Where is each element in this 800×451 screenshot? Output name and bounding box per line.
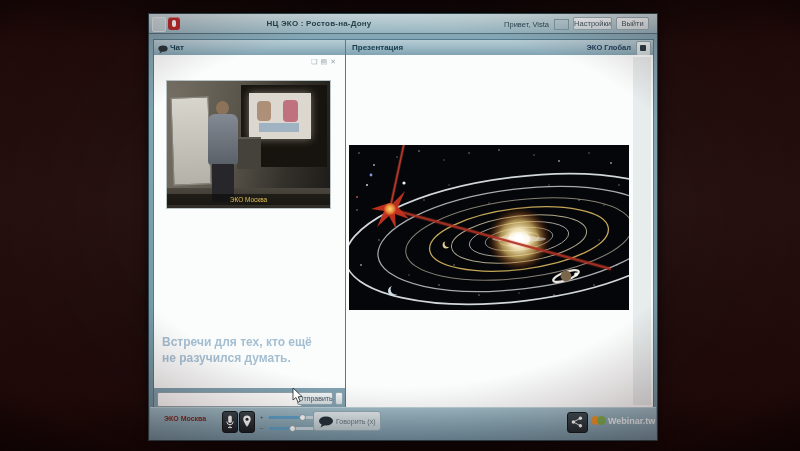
speech-bubble-icon	[318, 416, 334, 429]
chat-watermark-text: Встречи для тех, кто ещё не разучился ду…	[162, 335, 320, 366]
pin-icon	[241, 414, 253, 430]
chat-panel: Чат ❏▤✕ ЭКО Москва Встречи для тех, кто …	[153, 39, 346, 408]
volume-controls: + −	[260, 413, 318, 435]
chat-panel-header: Чат	[154, 40, 345, 56]
app-icon	[168, 17, 180, 30]
location-pin-button[interactable]	[239, 411, 255, 433]
brand-name: Webinar.tw	[608, 416, 655, 426]
language-flag-icon[interactable]	[554, 19, 569, 30]
chat-message-input[interactable]	[157, 392, 302, 407]
presentation-panel: Презентация ЭКО Глобал	[345, 39, 654, 408]
bottom-toolbar: ЭКО Москва + −	[150, 407, 656, 439]
room-label: ЭКО Глобал	[586, 40, 631, 55]
mic-volume-slider[interactable]	[268, 427, 314, 430]
user-greeting: Привет, Vista	[495, 20, 549, 29]
equipment-table	[237, 137, 261, 169]
exit-button[interactable]: Выйти	[616, 17, 649, 30]
share-button[interactable]	[567, 412, 588, 433]
location-label: ЭКО Москва	[164, 415, 206, 422]
flipchart	[170, 96, 211, 185]
microphone-icon	[224, 414, 236, 430]
chat-panel-title: Чат	[170, 43, 184, 52]
screen: НЦ ЭКО : Ростов-на-Дону Привет, Vista На…	[0, 0, 800, 451]
microphone-button[interactable]	[222, 411, 238, 433]
panel-window-controls: ❏▤✕	[311, 58, 339, 66]
push-to-talk-button[interactable]: Говорить (x)	[313, 411, 381, 431]
layout-icon[interactable]: ▤	[321, 58, 331, 65]
presentation-panel-header: Презентация ЭКО Глобал	[346, 40, 653, 56]
presentation-slide	[349, 145, 629, 310]
projected-slide	[249, 93, 311, 139]
app-logo	[152, 17, 166, 32]
brand-dot-green	[597, 416, 606, 425]
page-title: НЦ ЭКО : Ростов-на-Дону	[209, 19, 429, 28]
mouse-cursor	[292, 387, 304, 408]
close-icon[interactable]: ✕	[330, 58, 339, 65]
volume-slider-handle[interactable]	[299, 414, 306, 421]
popout-icon[interactable]: ❏	[311, 58, 320, 65]
video-caption: ЭКО Москва	[167, 194, 330, 205]
video-feed: ЭКО Москва	[166, 80, 331, 209]
titlebar: НЦ ЭКО : Ростов-на-Дону Привет, Vista На…	[149, 14, 657, 34]
share-icon	[570, 415, 584, 429]
presenter	[216, 101, 229, 115]
emoji-button[interactable]	[335, 392, 343, 405]
webinar-window: НЦ ЭКО : Ростов-на-Дону Привет, Vista На…	[148, 13, 658, 441]
presentation-body	[346, 55, 653, 407]
chat-body: ❏▤✕ ЭКО Москва Встречи для тех, кто ещё …	[154, 55, 345, 388]
presentation-panel-title: Презентация	[352, 43, 403, 52]
volume-slider[interactable]	[268, 416, 314, 419]
fullscreen-button[interactable]	[636, 41, 651, 56]
push-to-talk-label: Говорить (x)	[336, 418, 376, 425]
settings-button[interactable]: Настройки	[573, 17, 612, 30]
scrollbar-track[interactable]	[633, 57, 651, 405]
brand-logo: Webinar.tw	[591, 414, 655, 428]
mic-volume-slider-handle[interactable]	[289, 425, 296, 432]
